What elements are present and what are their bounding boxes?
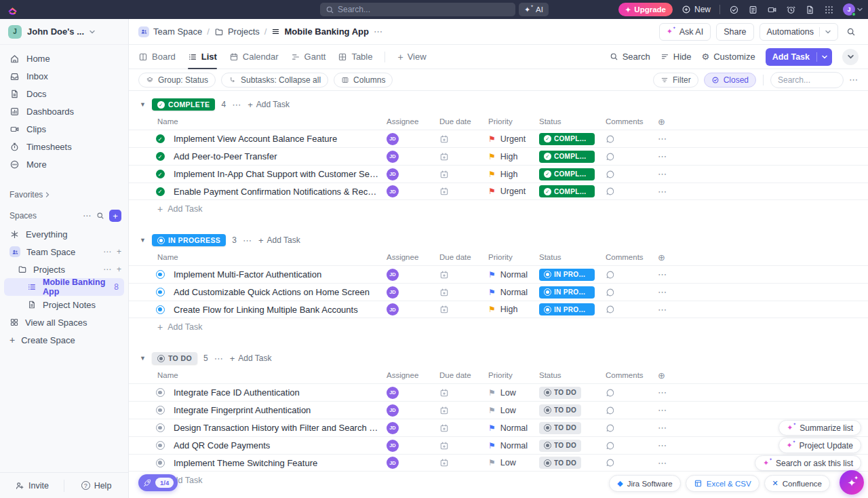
tab-gantt[interactable]: Gantt [291,45,326,69]
assignee-avatar[interactable]: JD [387,185,399,197]
search-ask-list-button[interactable]: ✦✦ Search or ask this list [755,455,861,471]
task-name[interactable]: Design Transaction History with Filter a… [174,423,387,433]
tab-list[interactable]: List [188,45,217,69]
closed-filter-button[interactable]: Closed [704,73,756,88]
due-date-calendar-icon[interactable] [439,288,488,297]
task-name[interactable]: Implement Multi-Factor Authentication [174,269,387,280]
column-priority[interactable]: Priority [488,117,539,126]
task-name[interactable]: Enable Payment Confirmation Notification… [174,187,387,197]
task-status-badge[interactable]: TO DO [539,387,581,399]
task-name[interactable]: Add Customizable Quick Actions on Home S… [174,287,387,297]
sidebar-item-view-all-spaces[interactable]: View all Spaces [0,313,128,331]
due-date-calendar-icon[interactable] [439,423,488,433]
assignee-avatar[interactable]: JD [387,303,399,315]
due-date-calendar-icon[interactable] [439,270,488,280]
comment-icon[interactable] [606,423,658,433]
comment-icon[interactable] [606,134,658,144]
column-assignee[interactable]: Assignee [387,371,439,379]
add-column-button[interactable]: ⊕ [658,117,688,127]
reminder-clock-icon[interactable] [786,5,796,15]
task-status-badge[interactable]: TO DO [539,404,581,417]
new-button[interactable]: New [682,5,711,14]
columns-button[interactable]: Columns [334,73,393,88]
task-row[interactable]: Add QR Code Payments JD ⚑ Normal TO DO ⋯ [129,436,868,454]
task-menu-button[interactable]: ⋯ [658,305,688,315]
tab-calendar[interactable]: Calendar [229,45,279,69]
due-date-calendar-icon[interactable] [439,152,488,161]
comment-icon[interactable] [606,441,658,451]
column-comments[interactable]: Comments [606,117,658,126]
group-menu-button[interactable]: ⋯ [232,100,241,110]
due-date-calendar-icon[interactable] [439,441,488,451]
task-priority[interactable]: ⚑ Low [488,458,539,467]
column-name[interactable]: Name [146,371,387,379]
ask-ai-button[interactable]: ✦✦ Ask AI [659,23,711,41]
sidebar-item-create-space[interactable]: + Create Space [0,331,128,349]
task-status-icon[interactable] [156,305,165,314]
task-priority[interactable]: ⚑ High [488,305,539,314]
group-menu-button[interactable]: ⋯ [214,353,224,364]
assignee-avatar[interactable]: JD [387,457,399,469]
sidebar-item-home[interactable]: Home [0,50,128,67]
assignee-avatar[interactable]: JD [387,440,399,452]
task-status-badge[interactable]: IN PROGRESS [539,286,595,299]
clickup-logo[interactable] [7,4,18,16]
task-menu-button[interactable]: ⋯ [658,187,688,197]
group-status-badge[interactable]: COMPLETE [152,98,216,111]
automations-button[interactable]: Automations [760,23,838,41]
task-status-badge[interactable]: IN PROGRESS [539,303,595,315]
global-search-input[interactable] [320,3,515,16]
add-column-button[interactable]: ⊕ [658,370,688,381]
apps-grid-icon[interactable] [824,5,834,15]
assignee-avatar[interactable]: JD [387,151,399,163]
task-row[interactable]: Add Peer-to-Peer Transfer JD ⚑ High COMP… [129,147,868,165]
list-search-button[interactable]: Search [610,52,650,62]
task-priority[interactable]: ⚑ Normal [488,423,539,433]
comment-icon[interactable] [606,406,658,415]
projects-add[interactable]: + [117,265,121,274]
task-menu-button[interactable]: ⋯ [658,151,688,161]
tab-board[interactable]: Board [138,45,176,69]
invite-button[interactable]: Invite [0,481,64,491]
video-icon[interactable] [767,5,777,15]
due-date-calendar-icon[interactable] [439,388,488,398]
task-menu-button[interactable]: ⋯ [658,405,688,415]
column-due-date[interactable]: Due date [439,371,488,379]
column-status[interactable]: Status [539,371,606,379]
comment-icon[interactable] [606,170,658,179]
help-button[interactable]: ? Help [64,481,128,491]
task-status-icon[interactable] [156,170,165,178]
task-name[interactable]: Integrate Fingerprint Authentication [174,405,387,415]
task-status-icon[interactable] [156,459,165,467]
add-task-button[interactable]: Add Task [766,48,832,66]
group-add-task-button[interactable]: + Add Task [248,100,290,110]
todo-check-icon[interactable] [729,5,739,15]
task-name[interactable]: Create Flow for Linking Multiple Bank Ac… [174,305,387,315]
task-status-icon[interactable] [156,423,165,432]
onboarding-progress-pill[interactable]: 1/4 [138,474,178,491]
task-status-icon[interactable] [156,187,165,196]
group-collapse-toggle[interactable]: ▼ [140,355,146,362]
task-status-icon[interactable] [156,134,165,143]
column-name[interactable]: Name [146,117,387,126]
task-status-icon[interactable] [156,270,165,279]
group-by-button[interactable]: Group: Status [138,73,216,88]
task-priority[interactable]: ⚑ Urgent [488,187,539,196]
task-row[interactable]: Implement View Account Balance Feature J… [129,130,868,147]
task-menu-button[interactable]: ⋯ [658,134,688,144]
toolbar-menu-button[interactable]: ⋯ [849,75,859,85]
collapse-header-button[interactable] [842,49,859,65]
task-row[interactable]: Design Transaction History with Filter a… [129,419,868,436]
task-menu-button[interactable]: ⋯ [658,169,688,179]
assignee-avatar[interactable]: JD [387,168,399,180]
chevron-down-icon[interactable] [817,55,832,59]
column-due-date[interactable]: Due date [439,253,488,261]
subtasks-button[interactable]: Subtasks: Collapse all [221,73,328,88]
comment-icon[interactable] [606,458,658,467]
sidebar-item-inbox[interactable]: Inbox [0,67,128,85]
task-row[interactable]: Implement Multi-Factor Authentication JD… [129,265,868,283]
breadcrumb-team-space[interactable]: Team Space [138,26,202,37]
summarize-list-button[interactable]: ✦✦ Summarize list [778,420,861,436]
task-status-icon[interactable] [156,406,165,415]
assignee-avatar[interactable]: JD [387,404,399,417]
